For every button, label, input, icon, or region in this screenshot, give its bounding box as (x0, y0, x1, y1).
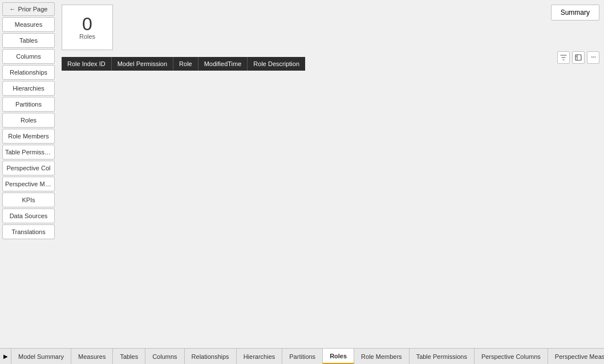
tab-hierarchies[interactable]: Hierarchies (237, 349, 283, 364)
header-modified-time: ModifiedTime (198, 57, 248, 71)
tab-tables[interactable]: Tables (113, 349, 145, 364)
tabs-scroll-left[interactable]: ▶ (0, 349, 11, 364)
tab-relationships[interactable]: Relationships (185, 349, 237, 364)
sidebar-item-kpis[interactable]: KPIs (2, 193, 55, 207)
tab-model-summary[interactable]: Model Summary (11, 349, 71, 364)
tab-roles[interactable]: Roles (323, 349, 354, 364)
svg-rect-0 (575, 55, 581, 60)
toolbar-icons: ··· (557, 51, 599, 64)
table-content (62, 71, 599, 343)
header-role-description: Role Description (248, 57, 305, 71)
expand-icon[interactable] (572, 51, 585, 64)
table-headers: Role Index ID Model Permission Role Modi… (62, 57, 599, 71)
tab-columns[interactable]: Columns (145, 349, 184, 364)
sidebar-item-tables[interactable]: Tables (2, 33, 55, 48)
sidebar-item-role-members[interactable]: Role Members (2, 129, 55, 144)
summary-button[interactable]: Summary (551, 5, 599, 21)
sidebar-item-perspective-col[interactable]: Perspective Col (2, 161, 55, 175)
roles-count-number: 0 (82, 15, 92, 33)
header-role-index-id: Role Index ID (62, 57, 112, 71)
roles-count-box: 0 Roles (62, 5, 113, 50)
tab-partitions[interactable]: Partitions (282, 349, 323, 364)
sidebar-item-relationships[interactable]: Relationships (2, 65, 55, 80)
back-button-label: Prior Page (18, 6, 48, 13)
tab-table-permissions[interactable]: Table Permissions (410, 349, 475, 364)
header-model-permission: Model Permission (112, 57, 173, 71)
sidebar-item-perspective-measures[interactable]: Perspective Measures (2, 177, 55, 191)
sidebar-item-table-permissions[interactable]: Table Permissions (2, 145, 55, 159)
back-arrow-icon: ← (10, 6, 16, 13)
main-content: Summary 0 Roles ··· Role Index ID Model … (57, 0, 604, 348)
sidebar-item-columns[interactable]: Columns (2, 49, 55, 64)
sidebar: ← Prior Page Measures Tables Columns Rel… (0, 0, 57, 348)
filter-icon[interactable] (557, 51, 570, 64)
tab-perspective-measures[interactable]: Perspective Measures (548, 349, 604, 364)
header-role: Role (173, 57, 198, 71)
sidebar-item-hierarchies[interactable]: Hierarchies (2, 81, 55, 96)
sidebar-item-roles[interactable]: Roles (2, 113, 55, 128)
sidebar-item-measures[interactable]: Measures (2, 17, 55, 32)
bottom-tabs: ▶ Model Summary Measures Tables Columns … (0, 348, 604, 364)
more-options-icon[interactable]: ··· (587, 51, 599, 64)
roles-count-label: Roles (79, 33, 95, 40)
tab-perspective-columns[interactable]: Perspective Columns (475, 349, 548, 364)
sidebar-item-translations[interactable]: Translations (2, 224, 55, 239)
sidebar-item-partitions[interactable]: Partitions (2, 97, 55, 112)
tab-role-members[interactable]: Role Members (354, 349, 410, 364)
tab-measures[interactable]: Measures (71, 349, 113, 364)
sidebar-item-data-sources[interactable]: Data Sources (2, 208, 55, 223)
back-button[interactable]: ← Prior Page (2, 2, 55, 16)
